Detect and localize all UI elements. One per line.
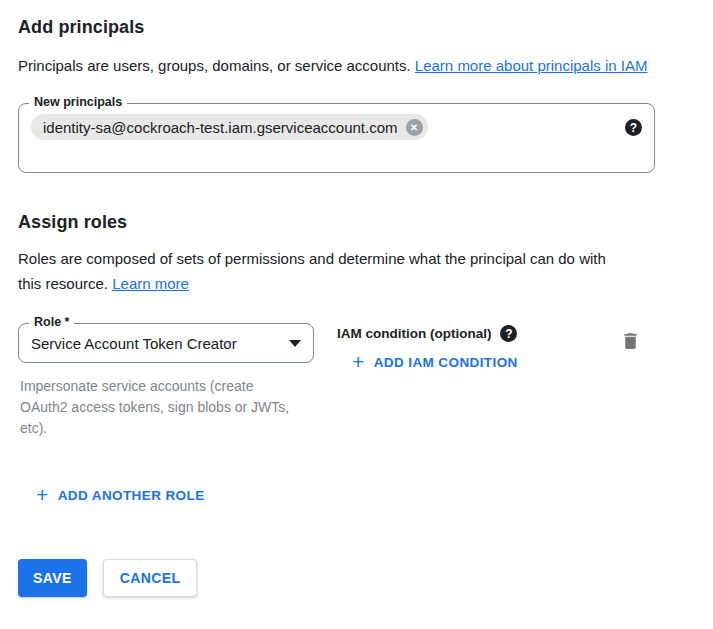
delete-role-button[interactable] [620,330,641,352]
roles-description: Roles are composed of sets of permission… [18,246,618,296]
role-helper-text: Impersonate service accounts (create OAu… [20,376,302,439]
page-title: Add principals [18,17,713,38]
save-button[interactable]: SAVE [18,559,87,597]
iam-condition-label-row: IAM condition (optional) ? [337,325,518,342]
role-column: Role * Service Account Token Creator Imp… [18,323,314,439]
cancel-button[interactable]: CANCEL [103,559,198,597]
role-select[interactable]: Role * Service Account Token Creator [18,323,314,363]
intro-text: Principals are users, groups, domains, o… [18,53,668,78]
new-principals-label: New principals [29,95,127,109]
new-principals-inner: identity-sa@cockroach-test.iam.gservicea… [19,104,654,140]
assign-roles-title: Assign roles [18,212,713,233]
new-principals-field[interactable]: New principals identity-sa@cockroach-tes… [18,103,655,173]
plus-icon: + [36,486,49,504]
iam-condition-help-icon[interactable]: ? [500,325,517,342]
principal-chip: identity-sa@cockroach-test.iam.gservicea… [31,114,428,140]
principals-help-icon[interactable]: ? [625,119,642,136]
role-row: Role * Service Account Token Creator Imp… [18,323,655,439]
add-iam-condition-label: ADD IAM CONDITION [374,355,518,370]
add-another-role-button[interactable]: + ADD ANOTHER ROLE [36,486,205,504]
plus-icon: + [352,353,365,371]
add-iam-condition-button[interactable]: + ADD IAM CONDITION [352,353,518,371]
dialog-actions: SAVE CANCEL [18,559,713,597]
intro-text-static: Principals are users, groups, domains, o… [18,57,415,74]
learn-more-principals-link[interactable]: Learn more about principals in IAM [415,57,648,74]
chip-remove-icon[interactable]: ✕ [406,119,423,136]
add-another-role-label: ADD ANOTHER ROLE [58,488,205,503]
dropdown-arrow-icon [289,340,301,347]
learn-more-roles-link[interactable]: Learn more [112,275,189,292]
principal-chip-value: identity-sa@cockroach-test.iam.gservicea… [43,119,398,136]
role-selected-value: Service Account Token Creator [31,335,281,352]
trash-icon [620,330,641,352]
roles-description-static: Roles are composed of sets of permission… [18,250,606,292]
role-label: Role * [29,315,74,329]
iam-condition-label: IAM condition (optional) [337,326,491,341]
iam-condition-column: IAM condition (optional) ? + ADD IAM CON… [337,323,518,373]
add-principals-panel: Add principals Principals are users, gro… [0,0,713,597]
